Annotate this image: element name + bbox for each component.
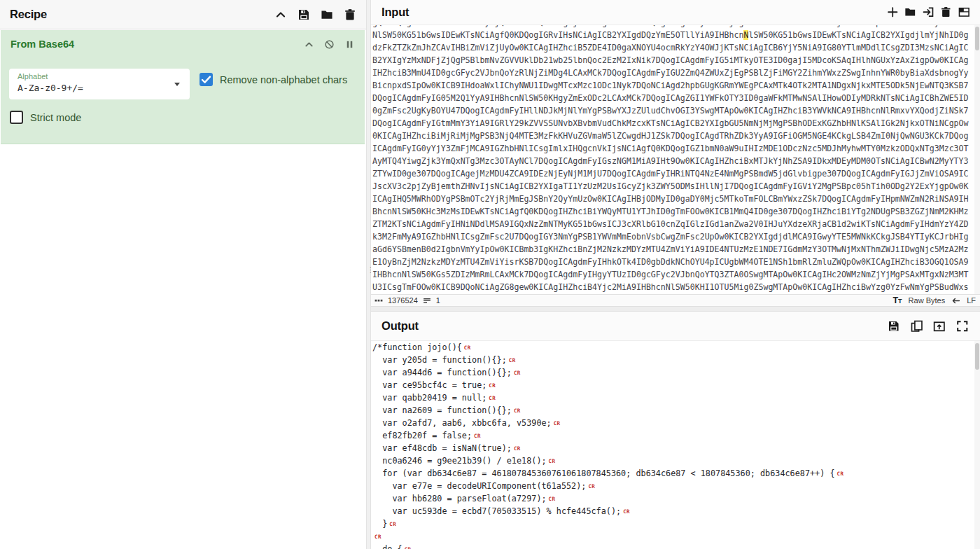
splitter-grip-icon: ⋮ [367, 266, 370, 273]
cr-control-char: CR [509, 357, 516, 363]
collapse-operation-icon[interactable] [304, 39, 314, 50]
open-output-tab-icon[interactable] [933, 320, 946, 333]
chevron-down-icon [174, 83, 180, 86]
output-line: do {CR [372, 543, 974, 549]
cr-control-char: CR [514, 445, 521, 452]
strict-mode-checkbox[interactable]: Strict mode [10, 111, 81, 124]
alphabet-select[interactable]: Alphabet A-Za-z0-9+/= [9, 69, 190, 99]
output-line: var ef48cdb = isNaN(true);CR [372, 442, 974, 454]
input-row: ZTM2KTsNCiAgdmFyIHNiNDdlMSA9IGQxNzZmNTMy… [372, 218, 974, 230]
input-status-bar: 1376524 1 TT Raw Bytes LF [371, 294, 980, 306]
input-row: aGd6YSBmenB0d2IgbnVmYyIpOw0KICBmb3IgKHZh… [372, 243, 974, 256]
input-row: BicnpxdSIpOw0KICB9IHdoaWxlIChyNWU1IDwgMT… [372, 79, 974, 92]
recipe-panel: Recipe From Base64 Alphabet A-Za-z0-9+/=… [0, 0, 366, 549]
input-row: DQogICAgdmFyIGtmMmY3YiA9IGRlY29kZVVSSUNv… [372, 117, 974, 130]
remove-non-alphabet-label: Remove non-alphabet chars [220, 74, 347, 85]
output-line: CR [372, 530, 974, 543]
maximise-output-icon[interactable] [956, 320, 969, 333]
output-line: var qabb20419 = null;CR [372, 391, 974, 404]
input-row: NlSW50KG51bGwsIDEwKTsNCiAgfQ0KDQogIGRvIH… [372, 29, 974, 41]
cr-control-char: CR [837, 471, 844, 477]
alphabet-label: Alphabet [18, 72, 181, 81]
save-output-icon[interactable] [888, 320, 900, 333]
eol-arrow-left-icon[interactable] [951, 296, 960, 305]
recipe-title: Recipe [10, 8, 47, 21]
input-scrollbar-thumb[interactable] [975, 27, 979, 50]
recipe-io-splitter[interactable]: ⋮ [366, 0, 371, 549]
input-row: JscXV3c2pjZyBjemthZHNvIjsNCiAgICB2YXIgaT… [372, 180, 974, 193]
cr-control-char: CR [474, 433, 481, 439]
cr-control-char: CR [588, 483, 595, 489]
input-encoding-controls[interactable]: TT Raw Bytes LF [892, 296, 976, 305]
input-row: IHBhcnNlSW50KGs5ZDIzMmRmLCAxMCk7DQogICAg… [372, 268, 974, 281]
input-row: k3M2FmMyA9IGZhbHNlICsgZmFsc2U7DQogIGY3Nm… [372, 230, 974, 243]
cr-control-char: CR [389, 521, 396, 527]
cr-control-char: CR [489, 395, 496, 401]
cr-control-char: CR [405, 546, 412, 549]
alphabet-value: A-Za-z0-9+/= [18, 83, 181, 93]
output-line: var ce95bcf4c = true;CR [372, 379, 974, 391]
load-recipe-icon[interactable] [321, 8, 333, 21]
cr-control-char: CR [549, 496, 556, 502]
open-folder-icon[interactable] [904, 6, 916, 18]
io-panel: Input gQ0KDQogIGZ1bmN0aW9uIGcyYjQ5ODcoeT… [371, 0, 980, 549]
cr-control-char: CR [549, 458, 556, 464]
input-toolbar [887, 6, 970, 18]
collapse-recipe-icon[interactable] [274, 8, 287, 21]
input-row: B2YXIgYzMxNDFjZjQgPSBlbmNvZGVVUklDb21wb2… [372, 54, 974, 67]
output-line: var o2afd7, aab6, xbbc6fa, v5390e;CR [372, 417, 974, 429]
clear-recipe-icon[interactable] [344, 8, 356, 21]
input-editor[interactable]: gQ0KDQogIGZ1bmN0aW9uIGcyYjQ5ODcoeTQ1Niwg… [372, 25, 974, 294]
input-row: E1OyBnZjM2NzkzMDYzMTU4ZmViYisrKSB7DQogIC… [372, 256, 974, 268]
save-recipe-icon[interactable] [298, 8, 310, 21]
input-row: ICAgIHQ5MWRhODYgPSBmOTc2YjRjMmEgJSBnY2Qy… [372, 193, 974, 205]
disable-operation-icon[interactable] [324, 39, 335, 50]
checkbox-unchecked-icon[interactable] [10, 111, 23, 124]
breakpoint-pause-icon[interactable] [344, 39, 355, 50]
encoding-value[interactable]: Raw Bytes [909, 296, 946, 305]
output-line: nc0a6246 = g9ee21b39() / e1e18();CR [372, 454, 974, 467]
operation-toolbar [304, 39, 355, 50]
output-scrollbar-thumb[interactable] [975, 343, 979, 370]
open-file-icon[interactable] [923, 6, 934, 18]
cr-control-char: CR [374, 534, 382, 540]
output-line: var uc593de = ecbd7(705033515) % hcfe445… [372, 505, 974, 517]
input-scrollbar[interactable] [974, 25, 980, 294]
output-line: var e77e = decodeURIComponent(t61a552);C… [372, 480, 974, 492]
character-count-icon [374, 296, 383, 305]
copy-output-icon[interactable] [911, 320, 923, 333]
output-line: var a944d6 = function(){};CR [372, 366, 974, 379]
recipe-header: Recipe [0, 0, 366, 29]
input-row: 0gZmFsc2UgKyBOYU47DQogICAgdmFyIHllNDJkMj… [372, 104, 974, 117]
output-line: var y205d = function(){};CR [372, 354, 974, 366]
output-toolbar [888, 320, 969, 333]
input-row: ICAgdmFyIG0yYjY3ZmFjMCA9IGZhbHNlICsgImlx… [372, 142, 974, 155]
output-line: /*function jojo(){CR [372, 341, 974, 354]
line-count-icon [423, 296, 431, 305]
input-row: IHZhciB3MmU4ID0gcGFyc2VJbnQoYzRlNjZiMDg4… [372, 67, 974, 79]
cr-control-char: CR [464, 345, 471, 351]
input-row: AyMTQ4YiwgZjk3YmQxNTg3Mzc3OTAyNCl7DQogIC… [372, 155, 974, 167]
output-area[interactable]: /*function jojo(){CR var y205d = functio… [372, 341, 974, 549]
checkbox-checked-icon[interactable] [200, 73, 213, 86]
output-line: var na2609 = function(){};CR [372, 404, 974, 417]
cr-control-char: CR [489, 382, 496, 389]
eol-value[interactable]: LF [967, 296, 976, 305]
output-line: ef82fb20f = false;CR [372, 429, 974, 442]
remove-non-alphabet-checkbox[interactable]: Remove non-alphabet chars [200, 73, 347, 86]
output-header: Output [371, 312, 980, 341]
input-title: Input [382, 6, 409, 19]
add-input-icon[interactable] [887, 6, 899, 18]
operation-from-base64[interactable]: From Base64 Alphabet A-Za-z0-9+/= Remove… [1, 30, 365, 144]
input-tabs-icon[interactable] [958, 6, 970, 18]
input-row: U3ICsgTmFOOw0KICB9DQoNCiAgZG8gew0KICAgIH… [372, 281, 974, 293]
input-output-splitter[interactable]: ••• [371, 306, 980, 312]
strict-mode-label: Strict mode [30, 112, 81, 123]
recipe-toolbar [274, 8, 356, 21]
input-header: Input [371, 0, 980, 25]
character-encoding-icon[interactable]: TT [892, 296, 902, 305]
clear-input-icon[interactable] [940, 6, 952, 18]
input-row: DQogICAgdmFyIG05M2Q1YyA9IHBhcnNlSW50KHgy… [372, 92, 974, 104]
cr-control-char: CR [554, 420, 561, 426]
output-scrollbar[interactable] [974, 341, 980, 549]
